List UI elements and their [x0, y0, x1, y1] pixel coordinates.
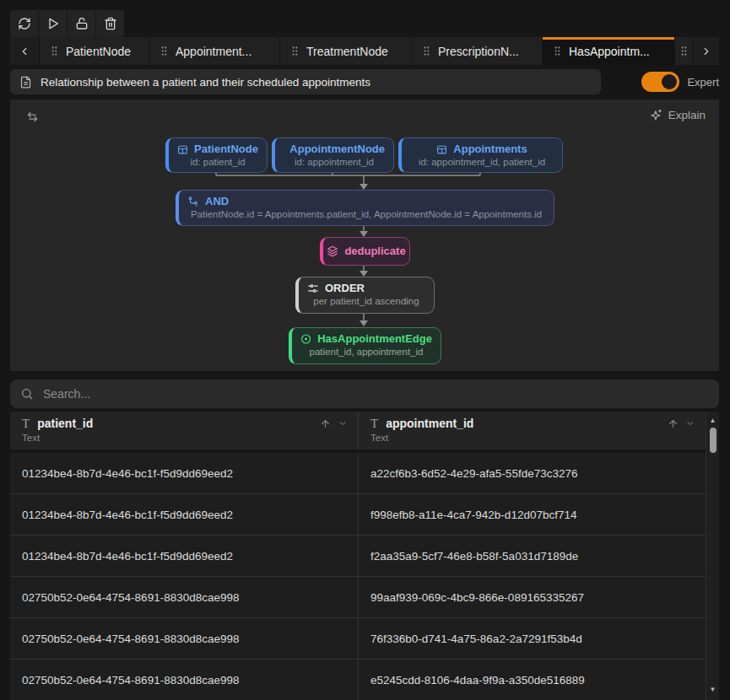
- expert-control: Expert: [641, 72, 719, 92]
- column-type: Text: [22, 433, 348, 443]
- swap-icon: [25, 110, 40, 123]
- table-row[interactable]: 01234be4-8b7d-4e46-bc1f-f5d9dd69eed2 f2a…: [10, 536, 706, 577]
- vertical-scrollbar[interactable]: ▲ ▼: [706, 412, 719, 700]
- tab-prescriptionnode[interactable]: PrescriptionN...: [412, 37, 542, 65]
- node-appointments[interactable]: Appointments id: appointment_id, patient…: [398, 137, 563, 173]
- explain-label: Explain: [668, 109, 706, 121]
- node-deduplicate[interactable]: deduplicate: [320, 237, 410, 266]
- tab-label: PrescriptionN...: [438, 45, 519, 58]
- node-order[interactable]: ORDER per patient_id ascending: [295, 277, 435, 314]
- node-appointmentnode[interactable]: AppointmentNode id: appointment_id: [272, 137, 394, 173]
- expert-toggle[interactable]: [641, 72, 679, 92]
- search-icon: [20, 387, 34, 401]
- run-button[interactable]: [39, 10, 67, 37]
- node-title: HasAppointmentEdge: [317, 332, 432, 346]
- swap-direction-button[interactable]: [25, 110, 40, 123]
- trash-icon: [104, 17, 117, 30]
- cell-patient-id: 01234be4-8b7d-4e46-bc1f-f5d9dd69eed2: [10, 494, 358, 535]
- layers-icon: [327, 245, 338, 257]
- tab-label: Appointment...: [176, 45, 251, 58]
- drag-handle-icon: [423, 46, 430, 57]
- node-subtitle: id: appointment_id: [284, 157, 385, 167]
- drag-handle-icon: [291, 46, 299, 57]
- column-type: Text: [370, 433, 695, 443]
- table-row[interactable]: 01234be4-8b7d-4e46-bc1f-f5d9dd69eed2 a22…: [10, 453, 706, 494]
- column-header-patient-id[interactable]: T patient_id Text: [10, 412, 358, 450]
- chevron-left-icon: [19, 46, 30, 57]
- app-window: PatientNode Appointment... TreatmentNode…: [0, 0, 730, 700]
- delete-button[interactable]: [96, 10, 124, 37]
- unlock-icon: [75, 17, 89, 30]
- cell-patient-id: 02750b52-0e64-4754-8691-8830d8cae998: [10, 618, 358, 659]
- scroll-up-icon[interactable]: ▲: [706, 417, 719, 424]
- chevron-right-icon: [700, 46, 712, 57]
- scrollbar-thumb[interactable]: [710, 428, 716, 453]
- tab-clipped[interactable]: [675, 37, 692, 65]
- expert-label: Expert: [687, 76, 719, 89]
- drag-handle-icon: [51, 46, 58, 57]
- tab-treatmentnode[interactable]: TreatmentNode: [280, 37, 411, 65]
- column-name: appointment_id: [386, 417, 660, 430]
- cell-appointment-id: 76f336b0-d741-4a75-86a2-2a7291f53b4d: [358, 618, 706, 659]
- table-icon: [436, 144, 447, 155]
- lock-button[interactable]: [68, 10, 95, 37]
- node-subtitle: id: patient_id: [177, 157, 258, 167]
- join-icon: [187, 196, 199, 207]
- sort-asc-icon[interactable]: [320, 418, 331, 429]
- text-type-icon: T: [370, 417, 378, 430]
- cell-patient-id: 02750b52-0e64-4754-8691-8830d8cae998: [10, 577, 358, 617]
- column-menu-icon[interactable]: [338, 418, 348, 428]
- node-title: ORDER: [325, 282, 365, 295]
- refresh-icon: [18, 17, 31, 30]
- sparkles-icon: [650, 109, 662, 121]
- node-title: Appointments: [453, 143, 527, 156]
- description-bar: Relationship between a patient and their…: [10, 69, 719, 94]
- pipeline-canvas[interactable]: Explain Pat: [10, 100, 719, 371]
- search-bar: [10, 380, 719, 408]
- tab-patientnode[interactable]: PatientNode: [40, 37, 149, 65]
- tab-bar: PatientNode Appointment... TreatmentNode…: [10, 37, 719, 65]
- cell-patient-id: 01234be4-8b7d-4e46-bc1f-f5d9dd69eed2: [10, 453, 358, 493]
- node-subtitle: per patient_id ascending: [307, 296, 425, 306]
- table-row[interactable]: 02750b52-0e64-4754-8691-8830d8cae998 e52…: [10, 660, 706, 700]
- drag-handle-icon: [680, 46, 688, 57]
- node-subtitle: id: appointment_id, patient_id: [410, 157, 554, 167]
- tab-appointment[interactable]: Appointment...: [149, 37, 279, 65]
- cell-appointment-id: a22cf6b3-6d52-4e29-afa5-55fde73c3276: [358, 453, 706, 493]
- cell-patient-id: 02750b52-0e64-4754-8691-8830d8cae998: [10, 660, 358, 700]
- cell-appointment-id: f2aa35a9-5cf7-46e8-b58f-5a031d7189de: [358, 536, 706, 576]
- search-input[interactable]: [41, 386, 709, 401]
- cell-appointment-id: 99aaf939-069c-4bc9-866e-089165335267: [358, 577, 706, 617]
- cell-patient-id: 01234be4-8b7d-4e46-bc1f-f5d9dd69eed2: [10, 536, 358, 576]
- node-and-condition[interactable]: AND PatientNode.id = Appointments.patien…: [176, 190, 554, 226]
- node-patientnode[interactable]: PatientNode id: patient_id: [165, 137, 268, 173]
- node-title: deduplicate: [344, 245, 405, 258]
- tab-label: TreatmentNode: [306, 45, 388, 58]
- drag-handle-icon: [554, 46, 561, 57]
- table-row[interactable]: 02750b52-0e64-4754-8691-8830d8cae998 76f…: [10, 618, 706, 660]
- tabs-scroll-left-button[interactable]: [10, 37, 39, 65]
- node-title: AND: [205, 195, 229, 208]
- refresh-button[interactable]: [10, 10, 38, 37]
- document-icon: [19, 76, 32, 89]
- column-header-appointment-id[interactable]: T appointment_id Text: [358, 412, 706, 450]
- scroll-down-icon[interactable]: ▼: [706, 686, 719, 693]
- table-row[interactable]: 02750b52-0e64-4754-8691-8830d8cae998 99a…: [10, 577, 706, 618]
- tab-label: PatientNode: [66, 45, 131, 58]
- node-hasappointmentedge[interactable]: HasAppointmentEdge patient_id, appointme…: [289, 327, 441, 364]
- column-menu-icon[interactable]: [685, 418, 695, 428]
- column-name: patient_id: [37, 417, 312, 430]
- tab-label: HasAppointm...: [569, 45, 650, 58]
- description-text: Relationship between a patient and their…: [41, 76, 370, 89]
- table-row[interactable]: 01234be4-8b7d-4e46-bc1f-f5d9dd69eed2 f99…: [10, 494, 706, 536]
- explain-button[interactable]: Explain: [650, 109, 706, 121]
- results-table: T patient_id Text T appointment_id: [10, 412, 719, 700]
- sort-asc-icon[interactable]: [668, 418, 679, 429]
- toggle-knob: [662, 74, 677, 89]
- tab-hasappointmentedge[interactable]: HasAppointm...: [543, 37, 674, 65]
- sliders-icon: [307, 283, 319, 294]
- cell-appointment-id: f998efb8-a11e-4ca7-942b-d12d07bcf714: [358, 494, 706, 535]
- node-subtitle: patient_id, appointment_id: [300, 347, 432, 357]
- drag-handle-icon: [160, 46, 168, 57]
- tabs-scroll-right-button[interactable]: [693, 37, 719, 65]
